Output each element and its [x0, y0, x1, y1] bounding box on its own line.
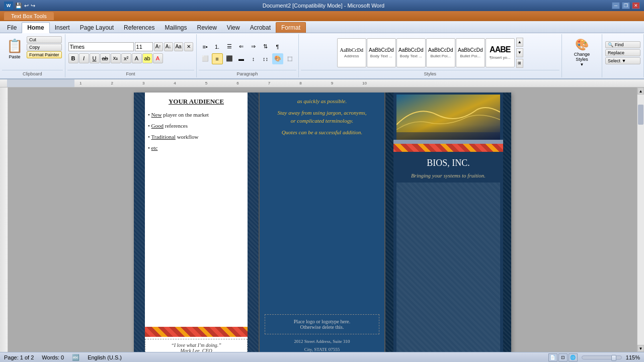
- style-insert[interactable]: AABE ¶Insert yo...: [486, 38, 515, 67]
- tab-mailings[interactable]: Mailings: [159, 23, 192, 33]
- bold-button[interactable]: B: [68, 53, 78, 63]
- editing-group: 🔍 Find Replace Select ▼ Editing: [602, 34, 644, 77]
- format-painter-button[interactable]: Format Painter: [27, 51, 62, 58]
- numbering-button[interactable]: 1.: [212, 41, 223, 52]
- align-center-button[interactable]: ≡: [212, 53, 223, 64]
- align-left-button[interactable]: ⬜: [200, 53, 211, 64]
- clear-format-button[interactable]: ✕: [184, 42, 193, 51]
- show-formatting-button[interactable]: ¶: [272, 41, 283, 52]
- font-size-input[interactable]: [135, 42, 153, 51]
- bullets-button[interactable]: ≡•: [200, 41, 211, 52]
- cut-button[interactable]: Cut: [27, 36, 62, 43]
- close-button[interactable]: ✕: [632, 2, 640, 9]
- scroll-up-button[interactable]: ▲: [637, 87, 644, 95]
- quick-access-undo[interactable]: ↩: [24, 3, 29, 9]
- style-address[interactable]: AaBbCcDd Address: [337, 38, 366, 67]
- language-indicator[interactable]: English (U.S.): [88, 354, 122, 360]
- tab-references[interactable]: References: [119, 23, 159, 33]
- tools-bar: Text Box Tools: [0, 11, 644, 21]
- align-right-button[interactable]: ⬛: [224, 53, 235, 64]
- style-bullet2[interactable]: AaBbCcDd Bullet Poi...: [456, 38, 485, 67]
- strikethrough-button[interactable]: ab: [100, 53, 110, 63]
- line-spacing-button[interactable]: ↕↕: [260, 53, 271, 64]
- panel-middle-content: as quickly as possible. Stay away from u…: [260, 93, 384, 314]
- italic-button[interactable]: I: [79, 53, 89, 63]
- middle-text-3: Quotes can be a successful addition.: [270, 129, 374, 136]
- change-case-button[interactable]: Aa: [174, 42, 183, 51]
- left-red-stripe: [145, 327, 248, 337]
- architecture-image: [396, 95, 500, 140]
- font-color-button[interactable]: A: [153, 53, 163, 63]
- tab-pagelayout[interactable]: Page Layout: [75, 23, 119, 33]
- middle-text-1: as quickly as possible.: [270, 98, 374, 105]
- shading-button[interactable]: 🎨: [272, 53, 283, 64]
- styles-label: Styles: [301, 70, 559, 76]
- select-button[interactable]: Select ▼: [605, 57, 640, 64]
- decrease-indent-button[interactable]: ⇐: [236, 41, 247, 52]
- paste-button[interactable]: 📋 Paste: [3, 36, 26, 61]
- image-overlay: [396, 125, 500, 140]
- superscript-button[interactable]: x²: [121, 53, 131, 63]
- tab-insert[interactable]: Insert: [50, 23, 75, 33]
- title-bar: W 💾 ↩ ↪ Document2 [Compatibility Mode] -…: [0, 0, 644, 11]
- justify-button[interactable]: ▬: [236, 53, 247, 64]
- zoom-slider[interactable]: [582, 355, 622, 359]
- tab-view[interactable]: View: [222, 23, 245, 33]
- title-bar-left: W 💾 ↩ ↪: [4, 2, 35, 10]
- style-bodytext2[interactable]: AaBbCcDd Body Text ...: [396, 38, 426, 67]
- print-view-button[interactable]: 📄: [548, 353, 557, 361]
- bullet-4: • etc: [148, 145, 245, 151]
- scroll-down-button[interactable]: ▼: [637, 345, 644, 352]
- quick-access-save[interactable]: 💾: [15, 3, 22, 9]
- styles-more[interactable]: ⊞: [516, 59, 523, 68]
- zoom-thumb[interactable]: [611, 355, 616, 361]
- font-name-input[interactable]: [68, 42, 134, 51]
- style-bodytext1[interactable]: AaBbCcDd Body Text ...: [367, 38, 396, 67]
- full-screen-view-button[interactable]: ⊡: [558, 353, 568, 361]
- style-bullet2-preview: AaBbCcDd: [458, 47, 482, 53]
- tab-review[interactable]: Review: [192, 23, 221, 33]
- tab-acrobat[interactable]: Acrobat: [245, 23, 276, 33]
- copy-button[interactable]: Copy: [27, 44, 62, 51]
- scroll-track[interactable]: [637, 95, 644, 345]
- highlight-button[interactable]: ab: [142, 53, 152, 63]
- underline-button[interactable]: U: [90, 53, 100, 63]
- tab-home[interactable]: Home: [22, 22, 49, 33]
- quick-access-redo[interactable]: ↪: [31, 3, 35, 9]
- sort-button[interactable]: ⇅: [260, 41, 271, 52]
- bullet-2: • Good references: [148, 123, 245, 129]
- minimize-button[interactable]: ─: [612, 2, 620, 9]
- multilevel-button[interactable]: ☰: [224, 41, 235, 52]
- quote-text: “I love what I’m doing.” Mark Lee, CEO: [171, 342, 221, 352]
- logo-placeholder[interactable]: Place logo or logotype here. Otherwise d…: [265, 314, 379, 334]
- increase-indent-button[interactable]: ⇒: [248, 41, 259, 52]
- tab-format[interactable]: Format: [276, 22, 306, 33]
- document-canvas[interactable]: YOUR AUDIENCE • New player on the market…: [8, 87, 637, 352]
- change-styles-button[interactable]: 🎨 ChangeStyles ▼: [571, 36, 594, 69]
- align-row: ⬜ ≡ ⬛ ▬ ↕ ↕↕ 🎨 ⬚: [200, 53, 295, 64]
- styles-scroll-up[interactable]: ▲: [516, 38, 523, 47]
- scroll-thumb[interactable]: [638, 105, 643, 125]
- clipboard-small-buttons: Cut Copy Format Painter: [27, 36, 62, 58]
- styles-scroll-down[interactable]: ▼: [516, 48, 523, 57]
- decrease-font-button[interactable]: A↓: [164, 42, 173, 51]
- subscript-button[interactable]: x₂: [111, 53, 121, 63]
- style-bullet1[interactable]: AaBbCcDd Bullet Poi...: [426, 38, 455, 67]
- format-buttons: B I U ab x₂ x² A ab A: [68, 53, 163, 63]
- border-button[interactable]: ⬚: [284, 53, 295, 64]
- paragraph-content: ≡• 1. ☰ ⇐ ⇒ ⇅ ¶ ⬜ ≡ ⬛ ▬ ↕ ↕↕ 🎨 ⬚: [199, 35, 296, 70]
- word-icon: W: [4, 2, 13, 10]
- spell-check-icon[interactable]: 🔤: [72, 354, 79, 361]
- tab-file[interactable]: File: [2, 23, 22, 33]
- text-direction-button[interactable]: ↕: [248, 53, 259, 64]
- text-effects-button[interactable]: A: [132, 53, 142, 63]
- right-border-decoration: [248, 93, 259, 352]
- find-button[interactable]: 🔍 Find: [605, 41, 640, 48]
- web-view-button[interactable]: 🌐: [569, 353, 578, 361]
- restore-button[interactable]: ❐: [622, 2, 630, 9]
- style-bodytext2-preview: AaBbCcDd: [398, 47, 423, 53]
- increase-font-button[interactable]: A↑: [154, 42, 163, 51]
- quote-box[interactable]: “I love what I’m doing.” Mark Lee, CEO: [145, 339, 248, 352]
- replace-button[interactable]: Replace: [605, 49, 640, 56]
- style-bullet1-preview: AaBbCcDd: [428, 47, 453, 53]
